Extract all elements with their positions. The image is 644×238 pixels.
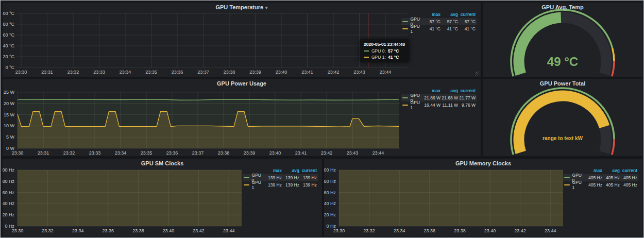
legend-column-current[interactable]: current — [620, 168, 637, 173]
y-axis-tick-label: 40 Hz — [324, 201, 336, 206]
panel-resize-handle[interactable] — [476, 72, 480, 76]
legend-value: 139 Hz — [264, 182, 282, 188]
x-axis-tick-label: 23:44 — [380, 70, 392, 75]
x-axis-tick-label: 23:36 — [103, 228, 114, 233]
y-axis-tick-label: 40 Hz — [3, 201, 14, 206]
panel-title-text: GPU Temperature — [215, 4, 263, 10]
power-legend: maxavgcurrentGPU 021.86 W21.68 W21.77 WG… — [401, 87, 477, 109]
x-axis-tick-label: 23:31 — [38, 150, 49, 156]
x-axis-tick-label: 23:41 — [301, 70, 313, 75]
x-axis-tick-label: 23:30 — [12, 228, 24, 233]
x-axis-tick-label: 23:39 — [249, 70, 261, 75]
legend-column-max[interactable]: max — [585, 168, 602, 173]
x-axis-tick-label: 23:34 — [394, 228, 405, 233]
series-fills — [18, 99, 399, 148]
legend-column-current[interactable]: current — [458, 88, 476, 93]
legend-column-avg[interactable]: avg — [440, 12, 458, 17]
legend-value: 405 Hz — [602, 175, 620, 180]
x-axis-tick-label: 23:38 — [132, 228, 144, 233]
x-axis-tick-label: 23:42 — [328, 70, 340, 75]
panel-title-gpu-sm-clocks[interactable]: GPU SM Clocks — [3, 160, 322, 166]
legend-column-avg[interactable]: avg — [440, 88, 458, 93]
x-axis-tick-label: 23:44 — [545, 228, 556, 233]
y-axis-tick-label: 80 Hz — [324, 179, 336, 184]
legend-series-gpu-1[interactable]: GPU 1 — [402, 100, 423, 110]
y-axis-tick-label: 5 W — [6, 134, 15, 140]
legend-column-max[interactable]: max — [264, 168, 282, 173]
tooltip-series-label: GPU 0: — [371, 48, 388, 54]
legend-value: 16.44 W — [423, 103, 440, 108]
temperature-legend: maxavgcurrentGPU 057 °C57 °C57 °CGPU 141… — [401, 11, 477, 32]
y-axis-tick-label: 20 Hz — [324, 212, 336, 217]
x-axis-tick-label: 23:42 — [193, 228, 205, 233]
series-color-dash — [402, 105, 408, 106]
x-axis-tick-label: 23:30 — [12, 150, 24, 156]
legend-column-avg[interactable]: avg — [602, 168, 620, 173]
panel-title-gpu-avg-temp[interactable]: GPU Avg. Temp — [483, 4, 642, 10]
x-axis-tick-label: 23:37 — [197, 70, 209, 75]
x-axis-tick-label: 23:32 — [63, 150, 75, 156]
legend-row: GPU 1405 Hz405 Hz405 Hz — [563, 181, 638, 189]
panel-title-gpu-power-usage[interactable]: GPU Power Usage — [3, 80, 481, 87]
y-axis-tick-label: 20 Hz — [3, 212, 14, 217]
legend-column-current[interactable]: current — [299, 168, 317, 173]
x-axis-tick-label: 23:32 — [42, 228, 54, 233]
x-axis-tick-label: 23:36 — [166, 150, 178, 156]
legend-value: 405 Hz — [620, 182, 637, 188]
x-axis-tick-label: 23:44 — [223, 228, 235, 233]
panel-title-text: GPU Memory Clocks — [455, 160, 511, 166]
x-axis-tick-label: 23:37 — [192, 150, 204, 156]
x-axis-tick-label: 23:35 — [141, 150, 152, 156]
legend-value: 11.11 W — [440, 103, 458, 108]
x-axis-tick-label: 23:44 — [372, 150, 384, 156]
y-axis-tick-label: 60 °C — [3, 32, 14, 38]
tooltip-series-label: GPU 1: — [371, 55, 388, 60]
tooltip-series-value: 41 °C — [388, 55, 399, 60]
x-axis-tick-label: 23:40 — [276, 70, 287, 75]
legend-value: 405 Hz — [585, 175, 602, 180]
y-axis-tick-label: 60 Hz — [3, 190, 14, 195]
legend-series-gpu-1[interactable]: GPU 1 — [244, 180, 264, 190]
x-axis-tick-label: 23:40 — [484, 228, 496, 233]
y-axis-tick-label: 80 °C — [3, 22, 14, 27]
legend-column-avg[interactable]: avg — [282, 168, 299, 173]
panel-gpu-sm-clocks: GPU SM Clocks 0 Hz20 Hz40 Hz60 Hz80 Hz10… — [3, 159, 322, 236]
panel-gpu-power-usage: GPU Power Usage 0 W5 W10 W15 W20 W25 W23… — [3, 79, 481, 156]
x-axis-tick-label: 23:34 — [115, 150, 127, 156]
x-axis-tick-label: 23:43 — [353, 70, 365, 75]
legend-value: 139 Hz — [282, 182, 299, 188]
panel-gpu-memory-clocks: GPU Memory Clocks 0 Hz20 Hz40 Hz60 Hz80 … — [324, 159, 642, 236]
legend-series-gpu-1[interactable]: GPU 1 — [402, 24, 423, 34]
tooltip-series-value: 57 °C — [388, 48, 399, 54]
panel-title-gpu-power-total[interactable]: GPU Power Total — [483, 80, 642, 87]
x-axis-tick-label: 23:36 — [172, 70, 183, 75]
y-axis-tick-label: 25 W — [4, 90, 15, 95]
x-axis-tick-label: 23:40 — [163, 228, 175, 233]
panel-gpu-avg-temp: GPU Avg. Temp 49 °C — [483, 3, 642, 77]
legend-column-current[interactable]: current — [458, 12, 476, 17]
y-axis-tick-label: 20 °C — [3, 54, 14, 59]
y-axis-tick-label: 100 °C — [3, 11, 14, 16]
legend-column-max[interactable]: max — [423, 88, 440, 93]
series-color-dash — [402, 21, 408, 22]
legend-series-gpu-1[interactable]: GPU 1 — [564, 180, 585, 190]
x-axis-tick-label: 23:35 — [145, 70, 157, 75]
tooltip-time: 2020-05-01 23:44:48 — [364, 42, 405, 47]
legend-value: 21.77 W — [458, 95, 476, 100]
legend-value: 9.76 W — [458, 103, 476, 108]
panel-title-text: GPU Power Total — [540, 80, 585, 87]
panel-title-gpu-temperature[interactable]: GPU Temperature▾ — [3, 4, 481, 10]
legend-value: 405 Hz — [585, 182, 602, 188]
x-axis-tick-label: 23:33 — [93, 70, 105, 75]
x-axis-tick-label: 23:33 — [89, 150, 101, 156]
legend-column-max[interactable]: max — [423, 12, 440, 17]
y-axis-tick-label: 20 W — [4, 101, 15, 106]
panel-gpu-temperature: GPU Temperature▾ 0 °C20 °C40 °C60 °C80 °… — [3, 3, 481, 77]
panel-title-text: GPU SM Clocks — [141, 160, 184, 166]
panel-title-gpu-memory-clocks[interactable]: GPU Memory Clocks — [324, 160, 642, 166]
x-axis-tick-label: 23:40 — [269, 150, 281, 156]
x-axis-tick-label: 23:30 — [333, 228, 345, 233]
gauge-arcs — [511, 88, 614, 155]
gauge-value-text: 49 °C — [483, 55, 642, 69]
x-axis-tick-label: 23:34 — [120, 70, 131, 75]
